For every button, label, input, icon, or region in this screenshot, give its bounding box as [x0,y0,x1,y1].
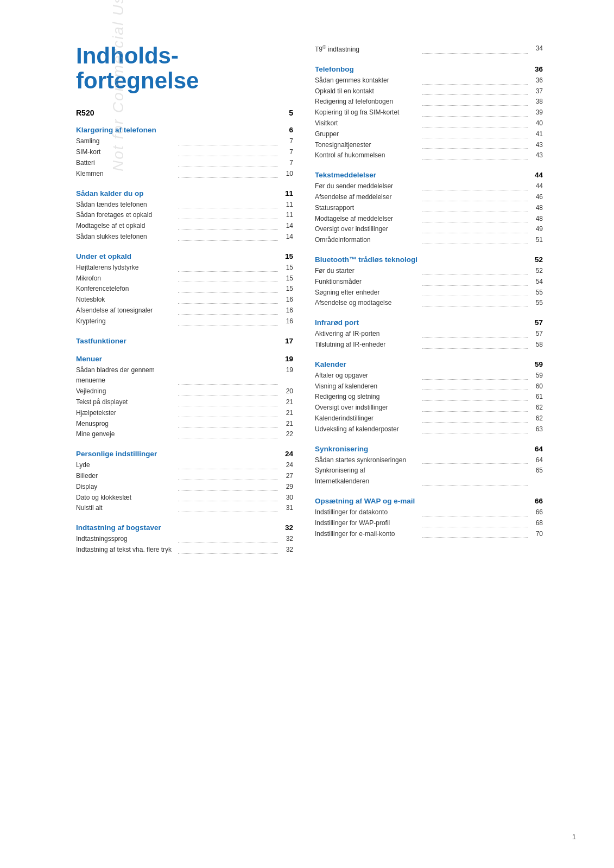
toc-item-text: Modtagelse af et opkald [76,221,176,232]
toc-item-text: Hjælpetekster [76,408,176,419]
toc-item-text: Områdeinformation [315,235,421,246]
toc-item-page: 70 [529,529,543,540]
section-page-number: 64 [535,445,543,453]
toc-item-dots [422,507,528,516]
toc-item-text: Konferencetelefon [76,284,176,295]
toc-item: Oversigt over indstillinger62 [315,403,543,413]
toc-item-page: 19 [280,365,293,387]
toc-item-page: 41 [529,129,543,140]
toc-item: Før du starter52 [315,266,543,277]
toc-item-text: Sådan startes synkroniseringen [315,455,421,466]
toc-item: Redigering og sletning61 [315,392,543,403]
toc-item-dots [178,284,278,293]
toc-item-text: Afsendelse og modtagelse [315,298,421,309]
toc-item: Modtagelse af et opkald14 [76,221,293,232]
toc-item: Aktivering af IR-porten57 [315,329,543,340]
toc-item: Kontrol af hukommelsen43 [315,150,543,161]
toc-item-page: 15 [280,284,293,295]
toc-item: Højttalerens lydstyrke15 [76,263,293,273]
toc-item-text: Tekst på displayet [76,397,176,408]
section-header: Infrarød port57 [315,318,543,327]
toc-item-dots [178,273,278,283]
toc-item-page: 57 [529,329,543,340]
model-line: R520 5 [76,108,293,117]
toc-item: Kopiering til og fra SIM-kortet39 [315,107,543,118]
section-page-number: 59 [535,360,543,368]
toc-item-text: Billeder [76,471,176,482]
toc-item: Sådan slukkes telefonen14 [76,232,293,242]
section-title: Synkronisering [315,445,368,453]
toc-item-page: 48 [529,214,543,225]
toc-item-page: 64 [529,455,543,466]
section-title: Telefonbog [315,65,354,73]
toc-item: Mine genveje22 [76,429,293,440]
toc-item-text: Lyde [76,460,176,471]
toc-item-page: 11 [280,210,293,221]
toc-item: Samling7 [76,136,293,147]
toc-item-page: 21 [280,419,293,430]
toc-item: Sådan tændes telefonen11 [76,200,293,210]
toc-item-text: Aftaler og opgaver [315,371,421,381]
section-page-number: 44 [535,171,543,179]
toc-item: Indtastning af tekst vha. flere tryk32 [76,545,293,556]
toc-item-page: 43 [529,150,543,161]
toc-item-text: Opkald til en kontakt [315,86,421,97]
toc-item-text: Statusrapport [315,203,421,214]
top-item: T9® indtastning 34 [315,43,543,55]
toc-item-text: Sådan gemmes kontakter [315,75,421,86]
toc-item-page: 15 [280,273,293,284]
section-title: Personlige indstillinger [76,450,157,458]
toc-item-text: Redigering af telefonbogen [315,97,421,107]
toc-item-dots [178,200,278,209]
section-title: Bluetooth™ trådløs teknologi [315,256,417,264]
toc-item: Før du sender meddelelser44 [315,181,543,192]
section-title: Menuer [76,355,102,363]
toc-item-page: 63 [529,424,543,435]
toc-item: Afsendelse af meddelelser46 [315,192,543,203]
section-header: Telefonbog36 [315,65,543,73]
toc-item-page: 16 [280,305,293,316]
toc-item-dots [178,210,278,219]
section-page-number: 52 [535,256,543,264]
toc-item-text: Udveksling af kalenderposter [315,424,421,435]
toc-item: Statusrapport48 [315,203,543,214]
toc-item-text: Indstillinger for datakonto [315,507,421,518]
toc-item-dots [178,534,278,543]
toc-item: Sådan gemmes kontakter36 [315,75,543,86]
right-sections: Telefonbog36Sådan gemmes kontakter36Opka… [315,65,543,540]
toc-item-dots [422,455,528,464]
section-header: Tastfunktioner17 [76,337,293,345]
toc-item-dots [178,386,278,395]
toc-item: Dato og klokkeslæt30 [76,493,293,503]
toc-item: Afsendelse og modtagelse55 [315,298,543,309]
toc-item-page: 20 [280,386,293,397]
toc-item: Sådan bladres der gennem menuerne19 [76,365,293,387]
toc-item-text: Afsendelse af meddelelser [315,192,421,203]
toc-section: Sådan kalder du op11Sådan tændes telefon… [76,189,293,242]
section-header: Menuer19 [76,355,293,363]
model-page: 5 [289,108,293,117]
toc-item-dots [422,75,528,85]
toc-item-dots [422,203,528,212]
section-title: Tastfunktioner [76,337,126,345]
toc-item-dots [422,277,528,286]
toc-item: Funktionsmåder54 [315,277,543,288]
toc-item: T9® indtastning 34 [315,43,543,55]
toc-item: Batteri7 [76,158,293,169]
right-column: T9® indtastning 34 Telefonbog36Sådan gem… [309,43,543,565]
toc-item-page: 22 [280,429,293,440]
toc-section: Personlige indstillinger24Lyde24Billeder… [76,450,293,514]
section-header: Opsætning af WAP og e-mail66 [315,497,543,505]
toc-item: Konferencetelefon15 [76,284,293,295]
toc-section: Synkronisering64Sådan startes synkronise… [315,445,543,487]
toc-item-page: 36 [529,75,543,86]
toc-section: Kalender59Aftaler og opgaver59Visning af… [315,360,543,435]
section-page-number: 57 [535,318,543,327]
toc-item-text: Samling [76,136,176,147]
toc-item-page: 62 [529,403,543,413]
toc-item: Sådan startes synkroniseringen64 [315,455,543,466]
toc-item-dots [422,140,528,149]
toc-item-text: Sådan bladres der gennem menuerne [76,365,176,387]
toc-item-text: Søgning efter enheder [315,288,421,298]
toc-item-dots [178,295,278,304]
